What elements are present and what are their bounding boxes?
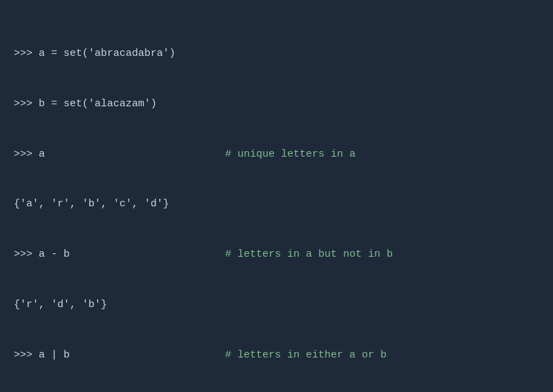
prompt-5: >>> bbox=[14, 349, 39, 361]
code-2: b = set('alacazam') bbox=[39, 98, 157, 110]
code-terminal: >>> a = set('abracadabra') >>> b = set('… bbox=[0, 0, 553, 392]
comment-5: # letters in either a or b bbox=[225, 349, 387, 361]
code-5: a | b bbox=[39, 349, 225, 361]
comment-3: # unique letters in a bbox=[225, 148, 356, 160]
prompt-3: >>> bbox=[14, 148, 39, 160]
code-4: a - b bbox=[39, 248, 225, 260]
comment-4: # letters in a but not in b bbox=[225, 248, 393, 260]
line-4: >>> a - b # letters in a but not in b bbox=[14, 246, 539, 264]
code-3: a bbox=[39, 148, 225, 160]
result-3: {'a', 'r', 'b', 'c', 'd'} bbox=[14, 196, 539, 213]
line-3: >>> a # unique letters in a bbox=[14, 146, 539, 164]
prompt-4: >>> bbox=[14, 248, 39, 260]
prompt-1: >>> bbox=[14, 48, 39, 59]
line-5: >>> a | b # letters in either a or b bbox=[14, 347, 539, 364]
result-4: {'r', 'd', 'b'} bbox=[14, 297, 539, 314]
code-1: a = set('abracadabra') bbox=[39, 48, 175, 59]
prompt-2: >>> bbox=[14, 98, 39, 110]
line-1: >>> a = set('abracadabra') bbox=[14, 46, 539, 63]
line-2: >>> b = set('alacazam') bbox=[14, 96, 539, 113]
